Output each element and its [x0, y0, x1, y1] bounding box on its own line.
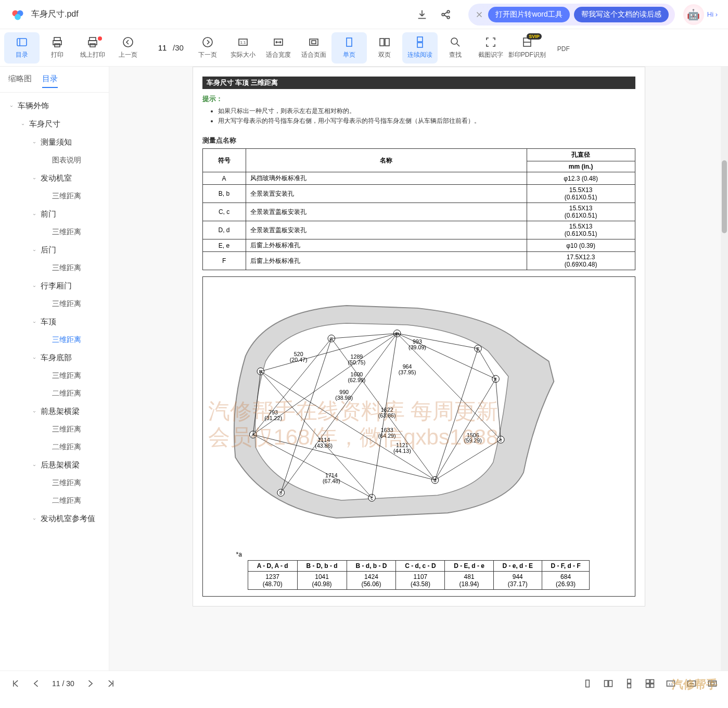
svg-text:1:1: 1:1 [240, 40, 246, 45]
toc-item[interactable]: 图表说明 [0, 151, 109, 169]
svg-text:(67.48): (67.48) [322, 478, 340, 484]
share-icon[interactable] [440, 9, 452, 20]
svg-rect-19 [312, 41, 316, 44]
ocr-button[interactable]: 截图识字 [473, 32, 508, 64]
svg-rect-96 [609, 680, 612, 687]
view-double-icon[interactable] [603, 678, 614, 689]
svg-rect-94 [586, 680, 590, 687]
online-print-button[interactable]: 线上打印 [75, 32, 110, 64]
table-row: C, c全景装置盖板安装孔15.5X13 (0.61X0.51) [202, 203, 635, 221]
toc-item[interactable]: 二维距离 [0, 438, 109, 456]
svg-text:(38.98): (38.98) [335, 395, 353, 401]
toc-tree[interactable]: 车辆外饰车身尺寸测量须知图表说明发动机室三维距离前门三维距离后门三维距离行李厢门… [0, 93, 109, 671]
toc-item[interactable]: 三维距离 [0, 295, 109, 313]
prev-page-button[interactable]: 上一页 [110, 32, 146, 64]
toc-item[interactable]: 车身尺寸 [0, 115, 109, 133]
toc-item[interactable]: 前悬架横梁 [0, 402, 109, 421]
toc-item[interactable]: 三维距离 [0, 331, 109, 349]
tab-thumbnails[interactable]: 缩略图 [8, 71, 32, 88]
sidebar: 缩略图 目录 车辆外饰车身尺寸测量须知图表说明发动机室三维距离前门三维距离后门三… [0, 67, 109, 671]
continuous-button[interactable]: 连续阅读 [402, 32, 438, 64]
first-page-icon[interactable] [10, 678, 21, 689]
svg-rect-97 [628, 679, 631, 683]
ai-convert-button[interactable]: 打开图片转word工具 [488, 7, 569, 22]
print-button[interactable]: 打印 [40, 32, 75, 64]
view-single-icon[interactable] [582, 678, 593, 689]
toc-item[interactable]: 车辆外饰 [0, 97, 109, 115]
roof-diagram: 汽修帮手在线资料库 每周更新 会员仅168/年，微信qxbs1688 ABbCc… [202, 276, 635, 597]
svg-rect-95 [605, 680, 608, 687]
toc-item[interactable]: 三维距离 [0, 187, 109, 205]
svg-rect-12 [90, 44, 95, 47]
svg-text:(39.09): (39.09) [408, 344, 426, 350]
toc-item[interactable]: 测量须知 [0, 133, 109, 151]
avatar[interactable]: 🤖 [683, 4, 704, 25]
ai-summary-button[interactable]: 帮我写这个文档的读后感 [574, 7, 669, 22]
view-grid-icon[interactable] [645, 678, 655, 689]
toc-item[interactable]: 三维距离 [0, 421, 109, 438]
page-input[interactable] [152, 43, 173, 52]
svg-text:c: c [371, 495, 373, 501]
svg-text:(64.29): (64.29) [378, 433, 395, 439]
last-page-icon[interactable] [106, 678, 116, 689]
scrollbar[interactable] [721, 67, 728, 671]
th-symbol: 符号 [202, 149, 246, 172]
view-cont-icon[interactable] [624, 678, 634, 689]
svg-text:(31.22): (31.22) [264, 415, 282, 421]
toc-item[interactable]: 车顶 [0, 313, 109, 331]
find-button[interactable]: 查找 [438, 32, 473, 64]
ai-suggestion-bar: 打开图片转word工具 帮我写这个文档的读后感 [468, 4, 674, 26]
fit-page-button[interactable]: 适合页面 [296, 32, 331, 64]
fit-width-button[interactable]: 适合宽度 [261, 32, 296, 64]
toc-item[interactable]: 后悬架横梁 [0, 456, 109, 474]
document-viewport[interactable]: 车身尺寸 车顶 三维距离 提示： 如果只标出一种尺寸，则表示左右是互相对称的。 … [109, 67, 728, 671]
next-page-button[interactable]: 下一页 [190, 32, 225, 64]
double-page-button[interactable]: 双页 [367, 32, 402, 64]
prev-page-icon[interactable] [31, 678, 42, 689]
single-page-button[interactable]: 单页 [331, 32, 367, 64]
svg-text:(44.13): (44.13) [393, 448, 411, 454]
scrollbar-thumb[interactable] [722, 160, 727, 233]
toc-item[interactable]: 三维距离 [0, 474, 109, 492]
toc-item[interactable]: 后门 [0, 241, 109, 259]
toc-item[interactable]: 三维距离 [0, 259, 109, 277]
toc-item[interactable]: 发动机室 [0, 169, 109, 187]
toc-item[interactable]: 行李厢门 [0, 277, 109, 295]
svg-rect-21 [380, 39, 384, 46]
toc-item[interactable]: 二维距离 [0, 385, 109, 402]
svg-rect-98 [628, 684, 631, 688]
hi-label[interactable]: Hi › [707, 10, 718, 18]
bottom-table: A - D, A - dB - D, b - dB - d, b - DC - … [248, 560, 590, 590]
toc-item[interactable]: 发动机室参考值 [0, 510, 109, 528]
svg-rect-23 [417, 37, 423, 42]
catalog-button[interactable]: 目录 [4, 32, 40, 64]
page-total: 30 [175, 43, 184, 52]
toc-item[interactable]: 三维距离 [0, 223, 109, 241]
next-page-icon[interactable] [85, 678, 95, 689]
footer-bar: 11 / 30 1:1 [0, 671, 728, 696]
brand-watermark: 汽修帮手 [672, 677, 718, 692]
asterisk-label: *a [236, 551, 633, 558]
tab-toc[interactable]: 目录 [42, 71, 58, 88]
download-icon[interactable] [416, 9, 428, 20]
page-indicator: / 30 [152, 43, 184, 52]
toc-item[interactable]: 三维距离 [0, 367, 109, 385]
svg-rect-22 [385, 39, 389, 46]
svg-rect-6 [17, 39, 27, 46]
toc-item[interactable]: 二维距离 [0, 492, 109, 510]
svg-text:b: b [279, 490, 282, 496]
actual-size-button[interactable]: 1:1实际大小 [225, 32, 261, 64]
hint-item: 用大写字母表示的符号指车身右侧，用小写字母表示的符号指车身左侧（从车辆后部往前看… [218, 117, 635, 125]
hint-label: 提示： [202, 94, 635, 104]
svg-text:(43.86): (43.86) [315, 443, 333, 449]
close-icon[interactable] [475, 10, 484, 19]
toc-item[interactable]: 前门 [0, 205, 109, 223]
pdf-button[interactable]: PDF [546, 32, 581, 64]
scan-pdf-button[interactable]: SVIP影印PDF识别 [508, 32, 546, 64]
hint-item: 如果只标出一种尺寸，则表示左右是互相对称的。 [218, 107, 635, 116]
svg-text:(62.99): (62.99) [348, 377, 365, 383]
toc-item[interactable]: 车身底部 [0, 349, 109, 367]
svg-text:(63.86): (63.86) [378, 412, 395, 419]
svg-rect-102 [650, 684, 654, 687]
th-diameter: 孔直径 [527, 149, 635, 161]
